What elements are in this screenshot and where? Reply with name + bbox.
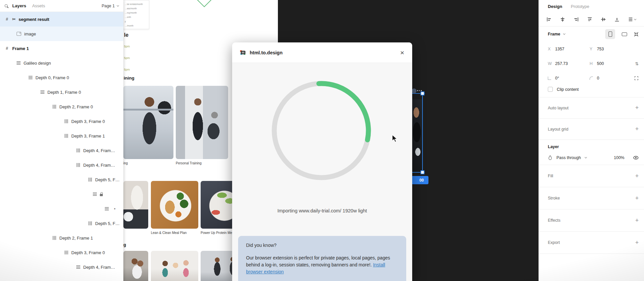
photo-caption: Lean & Clean Meal Plan: [151, 231, 187, 235]
rotation-value-field[interactable]: 0°: [555, 76, 590, 81]
auto-layout-vertical-icon: [40, 90, 44, 94]
add-effect-button[interactable]: +: [635, 217, 639, 224]
layer-row[interactable]: Depth 5, F…: [0, 216, 123, 231]
selection-border-right: [422, 93, 423, 173]
blend-mode-select[interactable]: Pass through: [556, 155, 581, 160]
did-you-know-box: Did you know? Our browser extension is p…: [238, 236, 406, 281]
layer-row[interactable]: Depth 3, Frame 1: [0, 129, 123, 143]
tab-prototype[interactable]: Prototype: [571, 4, 589, 9]
align-bottom-icon[interactable]: [614, 17, 619, 22]
tab-design[interactable]: Design: [548, 4, 562, 9]
add-fill-button[interactable]: +: [635, 173, 639, 180]
chevron-down-icon: [585, 156, 587, 158]
align-vertical-center-icon[interactable]: [601, 17, 606, 22]
frame-hash-icon: #: [5, 46, 9, 51]
visibility-eye-icon[interactable]: [633, 155, 639, 160]
layer-row[interactable]: Depth 2, Frame 0: [0, 99, 123, 114]
layer-row-label: Depth 2, Frame 0: [59, 104, 93, 109]
tab-layers[interactable]: Layers: [12, 3, 26, 8]
selection-size-badge: 00: [410, 176, 428, 184]
x-value-field[interactable]: 1357: [555, 47, 590, 51]
photo-meal-bowl: [123, 181, 148, 229]
group-section-heading: g: [123, 242, 126, 247]
auto-layout-vertical-icon: [76, 265, 80, 269]
layer-row[interactable]: Depth 3, Frame 0: [0, 245, 123, 260]
mini-card-line: y: [125, 19, 148, 24]
layer-row-label: Depth 3, Frame 1: [71, 134, 105, 139]
h-label: H: [590, 61, 597, 66]
photo-lean-meal: [151, 181, 198, 229]
blend-mode-icon[interactable]: [548, 155, 552, 160]
layer-row-frame-1[interactable]: # Frame 1: [0, 41, 123, 56]
constrain-proportions-icon[interactable]: ⇅: [635, 61, 639, 66]
add-export-button[interactable]: +: [635, 239, 639, 246]
mini-card-line: …onth: [125, 15, 148, 19]
clip-content-checkbox[interactable]: [548, 87, 553, 92]
clip-content-row[interactable]: Clip content: [539, 85, 644, 97]
close-icon[interactable]: ×: [400, 49, 404, 56]
layers-panel-header: Layers Assets Page 1: [0, 0, 123, 12]
layer-row[interactable]: Depth 2, Frame 1: [0, 231, 123, 245]
rotation-icon: [548, 77, 551, 80]
landscape-orientation-button[interactable]: [619, 29, 629, 39]
schedule-time: 5pm: [124, 56, 130, 60]
html-to-design-logo-icon: [240, 50, 246, 55]
import-status-text: Importing www.daily-trial.com/ 1920w lig…: [232, 208, 412, 213]
layer-row[interactable]: Depth 4, Fram…: [0, 158, 123, 172]
fill-section: Fill +: [539, 165, 644, 187]
chevron-down-icon[interactable]: [563, 32, 565, 35]
alignment-toolbar: [539, 13, 644, 27]
align-left-icon[interactable]: [547, 17, 551, 22]
selected-image-layer[interactable]: [412, 99, 422, 172]
layer-row-image[interactable]: image: [0, 27, 123, 41]
lock-icon[interactable]: [100, 194, 103, 196]
layer-row-label: Depth 2, Frame 1: [59, 236, 93, 241]
auto-layout-title: Auto layout: [548, 106, 569, 110]
distribute-icon: [628, 17, 633, 22]
opacity-field[interactable]: 100%: [614, 155, 624, 160]
layer-row[interactable]: Depth 5, F…: [0, 172, 123, 187]
layer-row-label: Depth 4, Fram…: [83, 148, 115, 153]
inspector-panel: Design Prototype: [539, 0, 644, 281]
effects-section: Effects +: [539, 209, 644, 232]
selection-handle-top-right[interactable]: [420, 91, 424, 95]
add-stroke-button[interactable]: +: [635, 195, 639, 202]
layer-row[interactable]: Depth 4, Fram…: [0, 143, 123, 158]
search-icon[interactable]: [5, 4, 8, 7]
layer-row-label: Frame 1: [12, 46, 29, 51]
layer-row[interactable]: Depth 3, Frame 0: [0, 114, 123, 129]
mouse-cursor: [391, 135, 399, 143]
layers-panel: Layers Assets Page 1 # ✂ segment result …: [0, 0, 123, 281]
align-right-icon[interactable]: [574, 17, 579, 22]
collapse-icon[interactable]: [634, 32, 639, 37]
h-value-field[interactable]: 500: [597, 61, 629, 66]
layer-row-segment-result[interactable]: # ✂ segment result: [0, 12, 123, 27]
align-horizontal-center-icon[interactable]: [560, 17, 565, 22]
auto-layout-section: Auto layout +: [539, 97, 644, 119]
portrait-orientation-button[interactable]: [605, 29, 615, 39]
align-top-icon[interactable]: [587, 17, 592, 22]
radius-value-field[interactable]: 0: [597, 76, 629, 81]
selection-handle-bottom-right[interactable]: [420, 170, 424, 174]
layer-row[interactable]: Depth 1, Frame 0: [0, 85, 123, 99]
layer-row[interactable]: Galileo design: [0, 56, 123, 70]
y-value-field[interactable]: 753: [597, 47, 629, 51]
mini-card-line: …ass/month: [125, 6, 148, 11]
layer-row-label: Galileo design: [24, 61, 51, 66]
frame-section-title[interactable]: Frame: [548, 32, 560, 36]
figma-app: …tal rentals/month …ass/month …ncy/month…: [0, 0, 644, 281]
layer-context-pill[interactable]: [412, 88, 417, 93]
layer-row-locked[interactable]: [0, 187, 123, 201]
distribute-menu[interactable]: [628, 17, 636, 22]
add-layout-grid-button[interactable]: +: [635, 126, 639, 133]
layer-row[interactable]: Depth 4, Fram…: [0, 260, 123, 274]
independent-corners-icon[interactable]: [634, 76, 639, 81]
layer-row[interactable]: •: [0, 201, 123, 216]
page-selector[interactable]: Page 1: [101, 4, 119, 8]
tab-assets[interactable]: Assets: [32, 3, 45, 8]
w-value-field[interactable]: 257.73: [555, 61, 590, 66]
modal-title: html.to.design: [250, 50, 283, 55]
layer-row[interactable]: Depth 0, Frame 0: [0, 70, 123, 85]
truncated-heading: le: [124, 32, 128, 38]
add-auto-layout-button[interactable]: +: [635, 104, 639, 111]
